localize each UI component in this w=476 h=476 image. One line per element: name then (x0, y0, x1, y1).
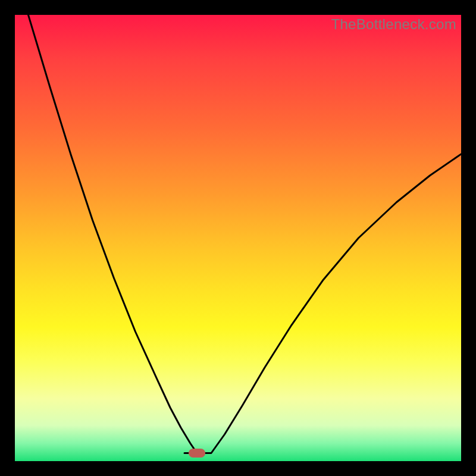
plot-area: TheBottleneck.com (15, 15, 461, 461)
bottleneck-curve (15, 15, 461, 461)
optimal-point-marker (189, 449, 205, 458)
outer-frame: TheBottleneck.com (0, 0, 476, 476)
